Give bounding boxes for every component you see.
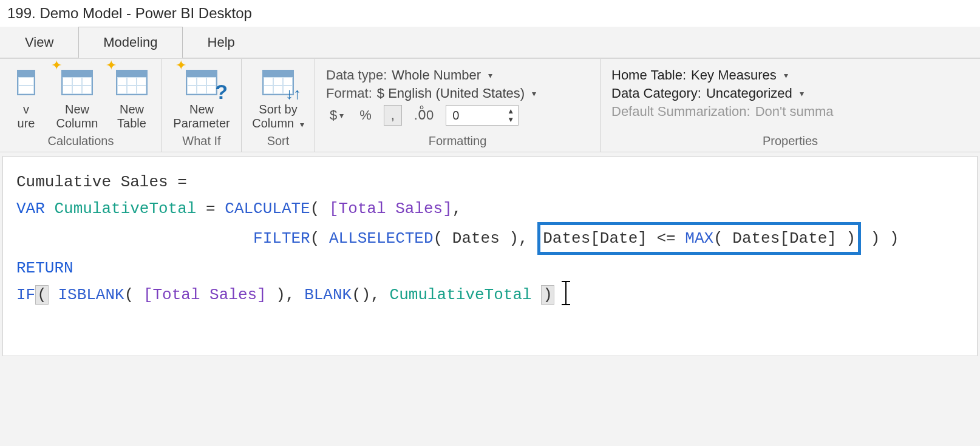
chevron-down-icon: ▾ <box>532 89 536 98</box>
home-table-value: Key Measures <box>691 67 777 83</box>
func-allselected: ALLSELECTED <box>329 229 434 248</box>
text-cursor <box>565 281 567 305</box>
new-table-button[interactable]: ✦ New Table <box>108 65 155 130</box>
new-table-icon: ✦ <box>112 65 152 100</box>
chevron-down-icon: ▾ <box>784 70 788 80</box>
sort-by-column-button[interactable]: ↓↑ Sort by Column ▾ <box>248 65 308 130</box>
var-name: CumulativeTotal <box>54 200 196 218</box>
func-filter: FILTER <box>253 229 310 248</box>
new-column-icon: ✦ <box>57 65 97 100</box>
tab-modeling[interactable]: Modeling <box>78 27 182 58</box>
ribbon: v ure ✦ New Column ✦ <box>0 58 980 152</box>
default-summarization-dropdown[interactable]: Default Summarization: Don't summa <box>611 104 969 120</box>
data-type-dropdown[interactable]: Data type: Whole Number ▾ <box>326 67 589 83</box>
group-label-properties: Properties <box>763 134 818 148</box>
spinner-down-icon[interactable]: ▼ <box>507 115 514 124</box>
new-parameter-label: New Parameter <box>173 103 230 130</box>
home-table-label: Home Table: <box>611 67 686 83</box>
sparkle-icon: ✦ <box>51 58 62 73</box>
new-measure-label: v ure <box>18 103 35 130</box>
default-summarization-label: Default Summarization: <box>611 104 750 120</box>
group-label-calculations: Calculations <box>48 134 114 148</box>
ribbon-group-whatif: ✦ ? New Parameter What If <box>162 59 242 152</box>
formula-bar[interactable]: Cumulative Sales = VAR CumulativeTotal =… <box>2 156 978 356</box>
chevron-down-icon: ▾ <box>300 120 304 129</box>
chevron-down-icon: ▾ <box>488 70 492 80</box>
measure-name: Cumulative Sales <box>16 173 168 191</box>
format-dropdown[interactable]: Format: $ English (United States) ▾ <box>326 86 589 101</box>
chevron-down-icon: ▾ <box>800 89 804 98</box>
currency-button[interactable]: $ ▾ <box>326 105 347 126</box>
func-blank: BLANK <box>304 286 352 304</box>
data-category-dropdown[interactable]: Data Category: Uncategorized ▾ <box>611 86 969 101</box>
format-value: $ English (United States) <box>377 86 525 101</box>
keyword-var: VAR <box>16 200 45 218</box>
new-column-button[interactable]: ✦ New Column <box>53 65 101 130</box>
data-category-label: Data Category: <box>611 86 701 101</box>
question-icon: ? <box>215 80 228 104</box>
chevron-down-icon: ▾ <box>339 110 344 120</box>
new-table-label: New Table <box>117 103 146 130</box>
sparkle-icon: ✦ <box>175 58 186 73</box>
new-parameter-button[interactable]: ✦ ? New Parameter <box>168 65 235 130</box>
new-column-label: New Column <box>56 103 98 130</box>
decimal-places-spinner[interactable]: 0 ▲▼ <box>446 105 519 126</box>
highlighted-expression: Dates[Date] <= MAX( Dates[Date] ) <box>537 222 861 255</box>
default-summarization-value: Don't summa <box>755 104 834 120</box>
func-max: MAX <box>685 229 713 248</box>
func-isblank: ISBLANK <box>58 286 124 304</box>
spinner-up-icon[interactable]: ▲ <box>507 107 514 115</box>
tab-help[interactable]: Help <box>183 27 260 58</box>
measure-ref: [Total Sales] <box>329 200 452 218</box>
sort-by-column-label: Sort by Column ▾ <box>252 103 304 130</box>
table-ref: Dates <box>452 229 500 248</box>
tab-view[interactable]: View <box>0 27 78 58</box>
decimal-places-value: 0 <box>452 109 507 123</box>
home-table-dropdown[interactable]: Home Table: Key Measures ▾ <box>611 67 969 83</box>
func-if: IF <box>16 286 35 304</box>
ribbon-tabs: View Modeling Help <box>0 27 980 58</box>
group-label-sort: Sort <box>267 134 290 148</box>
data-type-label: Data type: <box>326 67 387 83</box>
func-calculate: CALCULATE <box>225 200 310 218</box>
group-label-formatting: Formatting <box>429 134 487 148</box>
ribbon-group-properties: Home Table: Key Measures ▾ Data Category… <box>601 59 980 152</box>
data-type-value: Whole Number <box>392 67 481 83</box>
ribbon-group-formatting: Data type: Whole Number ▾ Format: $ Engl… <box>315 59 601 152</box>
group-label-whatif: What If <box>182 134 220 148</box>
new-parameter-icon: ✦ ? <box>182 65 222 100</box>
new-measure-button[interactable]: v ure <box>6 65 46 130</box>
keyword-return: RETURN <box>16 259 73 277</box>
percent-button[interactable]: % <box>356 105 375 126</box>
ribbon-group-sort: ↓↑ Sort by Column ▾ Sort <box>242 59 315 152</box>
thousands-separator-button[interactable]: , <box>384 105 402 126</box>
decimal-increase-button[interactable]: .0̊0 <box>410 105 437 126</box>
data-category-value: Uncategorized <box>706 86 792 101</box>
window-title: 199. Demo Model - Power BI Desktop <box>0 0 980 27</box>
sort-by-column-icon: ↓↑ <box>258 65 298 100</box>
new-measure-icon <box>6 65 46 100</box>
sort-arrow-icon: ↓↑ <box>285 84 301 103</box>
sparkle-icon: ✦ <box>106 58 117 73</box>
ribbon-group-calculations: v ure ✦ New Column ✦ <box>0 59 162 152</box>
format-label: Format: <box>326 86 372 101</box>
